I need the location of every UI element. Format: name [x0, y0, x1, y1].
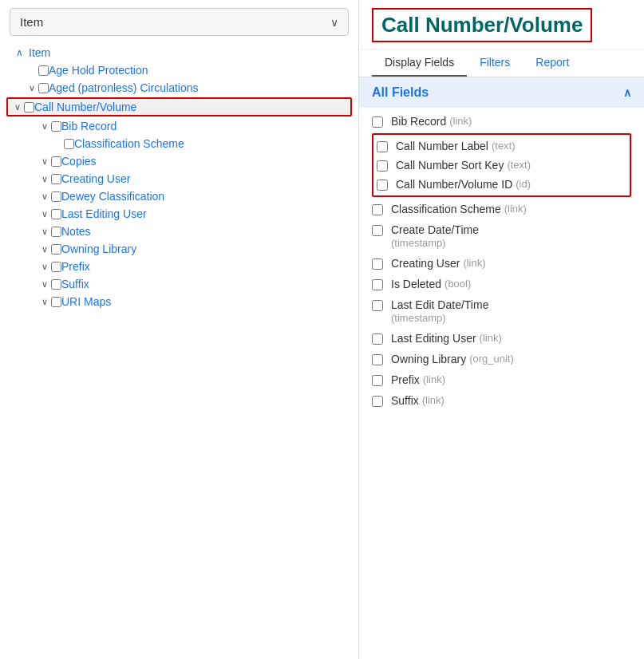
- tree-item-copies[interactable]: ∨ Copies: [38, 152, 352, 170]
- field-last-edit-date-time: Last Edit Date/Time (timestamp): [372, 294, 631, 328]
- field-is-deleted-checkbox[interactable]: [372, 279, 383, 290]
- field-call-number-volume-id-checkbox[interactable]: [377, 180, 388, 191]
- copies-expand-icon[interactable]: ∨: [38, 156, 51, 167]
- tree-item-prefix[interactable]: ∨ Prefix: [38, 258, 352, 275]
- field-prefix-checkbox[interactable]: [372, 375, 383, 386]
- field-bib-record-checkbox[interactable]: [372, 116, 383, 128]
- field-call-number-volume-id-type: (id): [516, 178, 531, 190]
- field-last-edit-date-time-name: Last Edit Date/Time: [391, 298, 488, 311]
- root-label: Item: [29, 46, 50, 59]
- all-fields-chevron-icon: ∧: [623, 86, 631, 99]
- field-is-deleted: Is Deleted (bool): [372, 274, 631, 294]
- field-creating-user-type: (link): [463, 257, 485, 269]
- field-bib-record: Bib Record (link): [372, 111, 631, 132]
- uri-maps-expand-icon[interactable]: ∨: [38, 297, 51, 307]
- tree-item-age-hold[interactable]: Age Hold Protection: [26, 61, 352, 79]
- field-last-editing-user-checkbox[interactable]: [372, 333, 383, 345]
- field-creating-user-checkbox[interactable]: [372, 258, 383, 270]
- tree-item-uri-maps[interactable]: ∨ URI Maps: [38, 293, 352, 310]
- suffix-label: Suffix: [61, 278, 89, 290]
- page-title: Call Number/Volume: [372, 8, 592, 42]
- prefix-expand-icon[interactable]: ∨: [38, 262, 51, 272]
- field-creating-user-name: Creating User: [391, 257, 460, 270]
- copies-label: Copies: [61, 155, 97, 168]
- dewey-expand-icon[interactable]: ∨: [38, 191, 51, 202]
- field-classification-scheme-checkbox[interactable]: [372, 204, 383, 215]
- field-call-number-sort-key-type: (text): [507, 159, 531, 171]
- last-editing-checkbox[interactable]: [51, 209, 61, 219]
- field-owning-library: Owning Library (org_unit): [372, 349, 631, 369]
- tree-item-creating-user[interactable]: ∨ Creating User: [38, 170, 352, 187]
- field-owning-library-name: Owning Library: [391, 353, 466, 365]
- field-prefix-type: (link): [423, 373, 445, 385]
- root-expand-icon[interactable]: ∧: [13, 47, 26, 58]
- tree-item-call-number[interactable]: ∨ Call Number/Volume: [6, 97, 352, 116]
- copies-checkbox[interactable]: [51, 156, 61, 167]
- item-dropdown[interactable]: Item ∨: [10, 8, 349, 36]
- field-owning-library-checkbox[interactable]: [372, 354, 383, 365]
- all-fields-header[interactable]: All Fields ∧: [359, 77, 644, 108]
- field-create-date-time: Create Date/Time (timestamp): [372, 219, 631, 253]
- prefix-label: Prefix: [61, 260, 90, 273]
- uri-maps-checkbox[interactable]: [51, 297, 61, 307]
- tree-item-suffix[interactable]: ∨ Suffix: [38, 275, 352, 293]
- dropdown-chevron-icon: ∨: [330, 16, 338, 29]
- field-bib-record-type: (link): [449, 115, 472, 127]
- last-editing-label: Last Editing User: [61, 207, 147, 220]
- field-suffix-checkbox[interactable]: [372, 396, 383, 407]
- field-prefix-name: Prefix: [391, 373, 420, 386]
- notes-checkbox[interactable]: [51, 227, 61, 237]
- field-suffix-name: Suffix: [391, 394, 419, 407]
- tree-item-last-editing[interactable]: ∨ Last Editing User: [38, 205, 352, 223]
- tree-panel: ∧ Item Age Hold Protection ∨ Aged (patro…: [0, 44, 358, 659]
- tab-display-fields[interactable]: Display Fields: [372, 49, 467, 77]
- field-last-edit-date-time-checkbox[interactable]: [372, 300, 383, 311]
- tab-report[interactable]: Report: [523, 49, 582, 77]
- field-last-editing-user-name: Last Editing User: [391, 332, 476, 345]
- field-owning-library-type: (org_unit): [469, 353, 514, 365]
- field-classification-scheme: Classification Scheme (link): [372, 199, 631, 219]
- field-create-date-time-text: Create Date/Time (timestamp): [391, 223, 479, 249]
- aged-circ-checkbox[interactable]: [38, 83, 49, 93]
- aged-circ-expand-icon[interactable]: ∨: [26, 83, 38, 93]
- field-call-number-volume-id: Call Number/Volume ID (id): [373, 175, 630, 194]
- notes-expand-icon[interactable]: ∨: [38, 227, 51, 237]
- notes-label: Notes: [61, 225, 91, 238]
- bib-record-checkbox[interactable]: [51, 121, 61, 132]
- tree-item-bib-record[interactable]: ∨ Bib Record: [38, 117, 352, 135]
- field-create-date-time-checkbox[interactable]: [372, 225, 383, 236]
- tree-item-owning-library[interactable]: ∨ Owning Library: [38, 240, 352, 258]
- tabs-bar: Display Fields Filters Report: [359, 49, 644, 77]
- tree-item-classification-scheme[interactable]: Classification Scheme: [51, 135, 352, 152]
- age-hold-label: Age Hold Protection: [49, 64, 148, 77]
- field-call-number-sort-key: Call Number Sort Key (text): [373, 156, 630, 175]
- age-hold-checkbox[interactable]: [38, 65, 49, 76]
- tree-item-notes[interactable]: ∨ Notes: [38, 223, 352, 240]
- field-prefix: Prefix (link): [372, 369, 631, 390]
- tree-item-aged-circ[interactable]: ∨ Aged (patronless) Circulations: [26, 79, 352, 97]
- field-is-deleted-name: Is Deleted: [391, 278, 441, 290]
- suffix-expand-icon[interactable]: ∨: [38, 279, 51, 290]
- bib-record-expand-icon[interactable]: ∨: [38, 121, 51, 132]
- field-call-number-sort-key-checkbox[interactable]: [377, 160, 388, 172]
- dewey-checkbox[interactable]: [51, 191, 61, 202]
- tab-filters[interactable]: Filters: [467, 49, 523, 77]
- call-number-checkbox[interactable]: [24, 102, 34, 112]
- tree-root-item[interactable]: ∧ Item: [13, 44, 352, 61]
- last-editing-expand-icon[interactable]: ∨: [38, 209, 51, 219]
- creating-user-label: Creating User: [61, 172, 130, 185]
- fields-list: Bib Record (link) Call Number Label (tex…: [359, 108, 644, 659]
- suffix-checkbox[interactable]: [51, 279, 61, 290]
- call-number-expand-icon[interactable]: ∨: [11, 102, 24, 112]
- field-call-number-volume-id-name: Call Number/Volume ID: [396, 178, 512, 191]
- creating-user-expand-icon[interactable]: ∨: [38, 174, 51, 184]
- uri-maps-label: URI Maps: [61, 295, 111, 308]
- prefix-checkbox[interactable]: [51, 262, 61, 272]
- tree-item-dewey[interactable]: ∨ Dewey Classification: [38, 187, 352, 205]
- highlighted-fields-group: Call Number Label (text) Call Number Sor…: [372, 133, 631, 197]
- classification-scheme-checkbox[interactable]: [64, 139, 74, 149]
- creating-user-checkbox[interactable]: [51, 174, 61, 184]
- owning-library-expand-icon[interactable]: ∨: [38, 244, 51, 255]
- field-call-number-label-checkbox[interactable]: [377, 141, 388, 152]
- owning-library-checkbox[interactable]: [51, 244, 61, 255]
